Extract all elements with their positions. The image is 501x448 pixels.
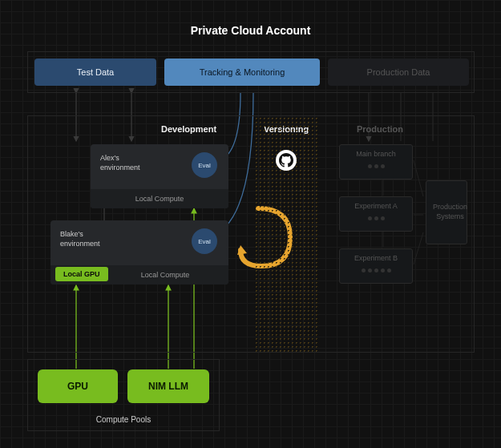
tracking-monitoring-node: Tracking & Monitoring xyxy=(164,59,320,86)
experiment-b-node: Experiment B xyxy=(339,248,413,284)
experiment-a-node: Experiment A xyxy=(339,196,413,232)
experiment-a-label: Experiment A xyxy=(346,202,406,210)
main-branch-label: Main branch xyxy=(346,150,406,158)
top-row: Test Data Tracking & Monitoring Producti… xyxy=(27,51,475,93)
blake-eval-badge: Eval xyxy=(192,228,217,254)
production-systems-node: Production Systems xyxy=(426,180,467,244)
main-panel: Development Versioning Production Alex's… xyxy=(27,115,475,353)
blake-env-name: Blake's environment xyxy=(60,230,100,248)
compute-pools-panel: GPU NIM LLM Compute Pools xyxy=(27,359,220,431)
alex-env-name: Alex's environment xyxy=(100,154,140,172)
alex-footer: Local Compute xyxy=(91,189,228,208)
alex-environment: Alex's environment Eval Local Compute xyxy=(91,144,228,208)
compute-pools-label: Compute Pools xyxy=(28,415,219,424)
blake-environment: Blake's environment Eval Local Compute L… xyxy=(51,220,228,285)
production-label: Production xyxy=(357,124,403,134)
main-branch-node: Main branch xyxy=(339,144,413,180)
gpu-pool-node: GPU xyxy=(38,369,118,403)
alex-eval-badge: Eval xyxy=(192,152,217,178)
test-data-node: Test Data xyxy=(34,59,156,86)
dots-icon xyxy=(346,268,406,272)
production-data-node: Production Data xyxy=(328,59,469,86)
alex-local-compute: Local Compute xyxy=(91,195,228,203)
github-icon xyxy=(276,150,297,171)
experiment-b-label: Experiment B xyxy=(346,254,406,262)
dots-icon xyxy=(346,164,406,168)
dots-icon xyxy=(346,216,406,220)
development-label: Development xyxy=(161,124,216,134)
page-title: Private Cloud Account xyxy=(0,24,501,37)
nim-llm-pool-node: NIM LLM xyxy=(127,369,209,403)
blake-local-gpu-badge: Local GPU xyxy=(55,267,108,281)
production-systems-label: Production Systems xyxy=(433,203,467,221)
